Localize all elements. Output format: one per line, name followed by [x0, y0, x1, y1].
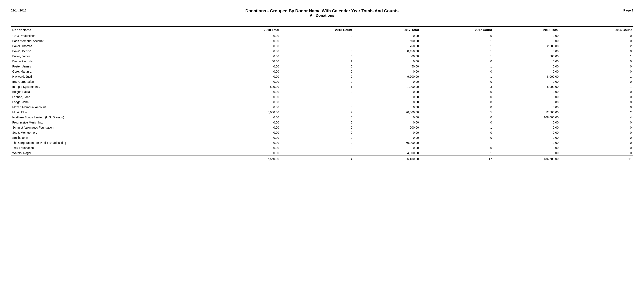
- cell-total_2017: 1,200.00: [354, 84, 420, 89]
- cell-total_2018: 0.00: [214, 105, 281, 110]
- cell-count_2016: 0: [560, 94, 634, 100]
- cell-total_2018: 50.00: [214, 59, 281, 64]
- totals-2016-count: 11: [560, 156, 634, 162]
- cell-count_2018: 0: [281, 100, 354, 105]
- cell-count_2017: 0: [420, 105, 494, 110]
- cell-count_2017: 1: [420, 49, 494, 54]
- cell-total_2018: 0.00: [214, 120, 281, 125]
- cell-count_2018: 0: [281, 94, 354, 100]
- cell-total_2018: 0.00: [214, 135, 281, 140]
- table-row: Northern Songs Limited, (U.S. Division)0…: [10, 115, 634, 120]
- cell-total_2017: 0.00: [354, 130, 420, 135]
- cell-total_2017: 800.00: [354, 54, 420, 59]
- cell-total_2017: 8,450.00: [354, 49, 420, 54]
- cell-total_2016: 0.00: [494, 135, 560, 140]
- cell-count_2017: 3: [420, 84, 494, 89]
- table-row: Hayward, Justin0.0009,700.0018,000.001: [10, 74, 634, 79]
- table-row: Intrepid Systems Inc.500.0011,200.0035,0…: [10, 84, 634, 89]
- cell-total_2016: 108,000.00: [494, 115, 560, 120]
- cell-count_2016: 0: [560, 59, 634, 64]
- cell-count_2018: 0: [281, 64, 354, 69]
- cell-count_2017: 1: [420, 140, 494, 145]
- table-row: Trek Foundation0.0000.0000.000: [10, 145, 634, 150]
- cell-count_2016: 0: [560, 130, 634, 135]
- table-row: Baker, Thomas0.000750.0012,600.002: [10, 44, 634, 49]
- cell-total_2018: 500.00: [214, 84, 281, 89]
- totals-2018-count: 4: [281, 156, 354, 162]
- report-date: 02/14/2018: [10, 9, 26, 12]
- table-row: Progressive Music, Inc.0.0000.0000.000: [10, 120, 634, 125]
- cell-total_2016: 0.00: [494, 145, 560, 150]
- cell-total_2018: 0.00: [214, 49, 281, 54]
- totals-2016-total: 136,600.00: [494, 156, 560, 162]
- cell-total_2017: 0.00: [354, 79, 420, 84]
- cell-total_2017: 0.00: [354, 105, 420, 110]
- cell-total_2016: 0.00: [494, 38, 560, 44]
- table-row: Mozart Memorial Account0.0000.0000.000: [10, 105, 634, 110]
- cell-total_2016: 8,000.00: [494, 74, 560, 79]
- cell-total_2017: 0.00: [354, 100, 420, 105]
- table-row: Burke, James0.000800.001500.001: [10, 54, 634, 59]
- cell-total_2018: 6,000.00: [214, 110, 281, 115]
- cell-count_2018: 0: [281, 145, 354, 150]
- cell-total_2017: 0.00: [354, 59, 420, 64]
- cell-total_2018: 0.00: [214, 33, 281, 38]
- cell-total_2016: 0.00: [494, 49, 560, 54]
- cell-total_2017: 0.00: [354, 69, 420, 74]
- cell-total_2017: 0.00: [354, 135, 420, 140]
- cell-count_2016: 0: [560, 33, 634, 38]
- cell-donor_name: Gore, Martin L.: [10, 69, 214, 74]
- cell-total_2018: 0.00: [214, 89, 281, 94]
- cell-count_2017: 1: [420, 44, 494, 49]
- cell-count_2016: 0: [560, 120, 634, 125]
- cell-total_2016: 0.00: [494, 140, 560, 145]
- cell-count_2018: 0: [281, 89, 354, 94]
- cell-count_2018: 0: [281, 140, 354, 145]
- table-row: 1984 Productions0.0000.0000.000: [10, 33, 634, 38]
- table-row: Smith, John0.0000.0000.000: [10, 135, 634, 140]
- cell-count_2018: 0: [281, 135, 354, 140]
- cell-total_2018: 0.00: [214, 94, 281, 100]
- cell-count_2016: 1: [560, 54, 634, 59]
- cell-donor_name: Hayward, Justin: [10, 74, 214, 79]
- cell-count_2016: 0: [560, 145, 634, 150]
- cell-total_2018: 0.00: [214, 150, 281, 156]
- cell-count_2018: 0: [281, 44, 354, 49]
- cell-count_2016: 0: [560, 89, 634, 94]
- table-footer: 6,550.00 4 96,450.00 17 136,600.00 11: [10, 156, 634, 162]
- cell-donor_name: Waters, Roger: [10, 150, 214, 156]
- cell-donor_name: Mozart Memorial Account: [10, 105, 214, 110]
- cell-donor_name: Smith, John: [10, 135, 214, 140]
- cell-count_2018: 0: [281, 125, 354, 130]
- cell-donor_name: Decca Records: [10, 59, 214, 64]
- cell-total_2016: 0.00: [494, 64, 560, 69]
- cell-total_2016: 12,500.00: [494, 110, 560, 115]
- cell-count_2017: 1: [420, 150, 494, 156]
- cell-count_2018: 0: [281, 33, 354, 38]
- cell-total_2016: 0.00: [494, 100, 560, 105]
- cell-total_2017: 0.00: [354, 145, 420, 150]
- cell-total_2018: 0.00: [214, 38, 281, 44]
- cell-donor_name: Musk, Elon: [10, 110, 214, 115]
- totals-2017-total: 96,450.00: [354, 156, 420, 162]
- cell-count_2016: 0: [560, 140, 634, 145]
- table-row: Knight, Paula0.0000.0000.000: [10, 89, 634, 94]
- cell-total_2016: 500.00: [494, 54, 560, 59]
- col-header-donor-name: Donor Name: [10, 27, 214, 33]
- cell-count_2016: 2: [560, 44, 634, 49]
- cell-donor_name: The Corporation For Public Broadcasting: [10, 140, 214, 145]
- cell-count_2016: 1: [560, 74, 634, 79]
- cell-donor_name: Lennon, John: [10, 94, 214, 100]
- cell-count_2017: 0: [420, 94, 494, 100]
- cell-total_2017: 600.00: [354, 125, 420, 130]
- cell-total_2016: 0.00: [494, 130, 560, 135]
- cell-count_2016: 0: [560, 69, 634, 74]
- cell-donor_name: Knight, Paula: [10, 89, 214, 94]
- cell-count_2016: 4: [560, 115, 634, 120]
- cell-count_2017: 1: [420, 74, 494, 79]
- cell-count_2018: 0: [281, 74, 354, 79]
- table-row: The Corporation For Public Broadcasting0…: [10, 140, 634, 145]
- cell-donor_name: Burke, James: [10, 54, 214, 59]
- cell-total_2017: 50,000.00: [354, 140, 420, 145]
- table-row: Lennon, John0.0000.0000.000: [10, 94, 634, 100]
